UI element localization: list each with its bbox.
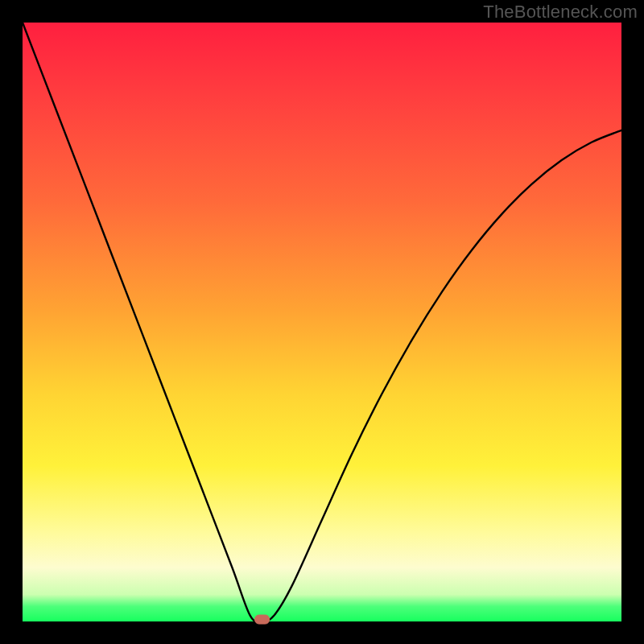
minimum-marker bbox=[255, 615, 270, 624]
watermark-text: TheBottleneck.com bbox=[483, 2, 638, 23]
chart-svg bbox=[23, 23, 621, 621]
chart-plot-area bbox=[23, 23, 621, 621]
bottleneck-curve bbox=[23, 23, 621, 622]
